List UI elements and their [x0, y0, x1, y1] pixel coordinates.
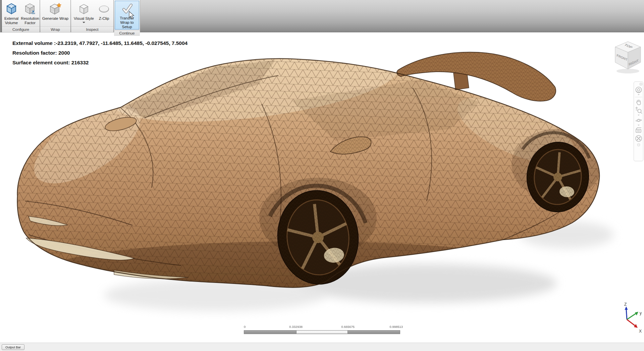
navigation-wheel-dropdown-caret[interactable]: [638, 94, 640, 95]
axis-triad: Z y X: [621, 302, 644, 335]
customize-icon[interactable]: [634, 143, 643, 147]
application-window: External Volume Resolution Factor: [0, 0, 644, 351]
scale-label-3: 0.998513: [390, 325, 403, 329]
axis-x-label: X: [639, 329, 642, 334]
axis-z-label: Z: [624, 302, 627, 307]
fit-to-view-icon[interactable]: [634, 134, 643, 142]
info-external-volume: External volume :-23.2319, 47.7927, -11.…: [12, 38, 187, 48]
zoom-dropdown-caret[interactable]: [638, 115, 640, 116]
output-bar-button[interactable]: Output Bar: [2, 344, 24, 350]
navigation-wheel-icon[interactable]: [634, 86, 643, 94]
zoom-icon[interactable]: [634, 106, 643, 114]
scale-bar-labels: 0 0.332938 0.665675 0.998513: [244, 325, 400, 329]
info-resolution-factor: Resolution factor: 2000: [12, 48, 187, 58]
scale-bar-track: [244, 330, 400, 334]
navbar-divider: [635, 97, 642, 97]
viewcube[interactable]: TOP FRONT RIGHT: [611, 39, 644, 74]
info-overlay: External volume :-23.2319, 47.7927, -11.…: [12, 38, 187, 67]
scale-segment-dark-2: [348, 331, 400, 334]
scale-segment-dark-1: [244, 331, 296, 334]
close-icon[interactable]: [635, 82, 643, 86]
scale-label-2: 0.665675: [341, 325, 355, 329]
pan-hand-icon[interactable]: [634, 98, 643, 106]
look-at-icon[interactable]: [634, 126, 643, 134]
navigation-bar: [634, 81, 643, 161]
status-bar: Output Bar: [0, 343, 644, 351]
info-surface-element-count: Surface element count: 216332: [12, 58, 187, 67]
orbit-icon[interactable]: [634, 116, 643, 124]
axis-y-label: y: [640, 311, 642, 315]
scale-bar: 0 0.332938 0.665675 0.998513: [244, 325, 400, 334]
orbit-dropdown-caret[interactable]: [638, 125, 640, 126]
scale-label-0: 0: [244, 325, 246, 329]
scale-segment-light: [296, 331, 348, 334]
scale-label-1: 0.332938: [289, 325, 303, 329]
